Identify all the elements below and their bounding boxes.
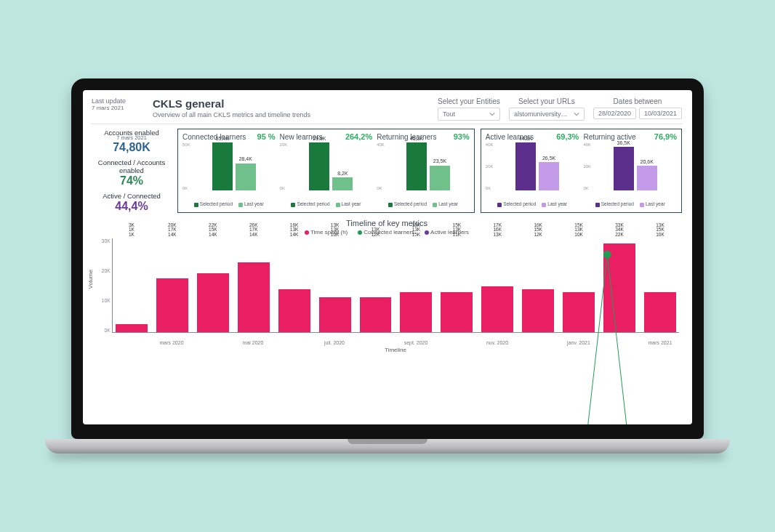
panel-purple: Active learners 69,3% 40K20K0K 44,8K 26,…: [481, 129, 682, 213]
timeline-x-labels: mars 2020mai 2020juil. 2020sept. 2020nov…: [112, 340, 679, 345]
timeline-x-title: Timeline: [112, 347, 679, 353]
mini-chart: New learners 264,2% 20K0K 29,9K 8,2K Sel…: [280, 132, 373, 211]
bar-selected-period: 55,4K: [212, 142, 233, 190]
timeline-title: Timeline of key metrics: [92, 219, 682, 227]
mini-chart-pct: 264,2%: [345, 132, 372, 141]
timeline-section: Timeline of key metrics Time spent (h) C…: [92, 219, 682, 347]
bar-selected-period: 45,3K: [406, 142, 427, 190]
kpi-active-value: 44,4%: [92, 200, 172, 213]
bar-last-year: 20,6K: [637, 142, 657, 190]
mini-chart: Active learners 69,3% 40K20K0K 44,8K 26,…: [486, 132, 579, 211]
kpi-connected-label: Connected / Accounts enabled: [92, 158, 172, 174]
mini-chart-pct: 93%: [454, 132, 470, 141]
kpi-accounts-value: 74,80K: [92, 141, 172, 154]
bar-last-year: 26,5K: [539, 142, 559, 190]
date-range-label: Dates between: [614, 97, 662, 105]
filter-entities-value: Tout: [443, 110, 455, 118]
bar-selected-period: 36,5K: [614, 142, 634, 190]
mini-chart-title: Returning learners: [377, 133, 436, 141]
chevron-down-icon: [574, 111, 579, 117]
svg-point-12: [603, 251, 611, 259]
top-bar: Last update 7 mars 2021 CKLS general Ove…: [92, 97, 682, 124]
laptop-mockup: Last update 7 mars 2021 CKLS general Ove…: [71, 78, 704, 454]
mini-chart: Connected learners 95 % 50K0K 55,4K 28,4…: [182, 132, 276, 211]
mini-chart: Returning learners 93% 40K0K 45,3K 23,5K…: [377, 132, 470, 211]
laptop-bezel: Last update 7 mars 2021 CKLS general Ove…: [71, 78, 704, 439]
mini-chart-body: 40K20K0K 44,8K 26,5K: [486, 142, 579, 199]
dot-icon: [305, 230, 309, 235]
timeline-lines: [113, 238, 679, 424]
last-update-date: 7 mars 2021: [92, 105, 144, 111]
date-from-input[interactable]: 28/02/2020: [593, 108, 636, 119]
bar-last-year: 23,5K: [430, 142, 450, 190]
mini-chart: Returning active 76,9% 40K20K0K 36,5K 20…: [583, 132, 677, 211]
bar-last-year: 28,4K: [236, 142, 256, 190]
timeline-y-axis: 30K20K10K0K: [96, 238, 111, 333]
mini-chart-pct: 95 %: [257, 132, 276, 141]
mini-chart-body: 20K0K 29,9K 8,2K: [280, 142, 373, 199]
filter-urls-value: alstomuniversity…: [514, 110, 568, 118]
dot-icon: [425, 230, 429, 235]
filter-urls-dropdown[interactable]: alstomuniversity…: [509, 108, 585, 121]
kpi-active-label: Active / Connected: [92, 192, 172, 200]
side-kpi-block: Accounts enabled 7 mars 2021 74,80K Conn…: [92, 129, 172, 213]
mini-chart-pct: 76,9%: [654, 132, 677, 141]
bar-selected-period: 44,8K: [515, 142, 536, 190]
laptop-base: [45, 439, 730, 454]
mini-chart-body: 40K20K0K 36,5K 20,6K: [583, 142, 677, 199]
bar-selected-period: 29,9K: [309, 142, 329, 190]
mini-chart-pct: 69,3%: [556, 132, 579, 141]
timeline-y-label: Volume: [87, 270, 94, 289]
filter-entities-label: Select your Entities: [438, 97, 500, 105]
legend-active: Active learners: [430, 229, 469, 235]
timeline-legend: Time spent (h) Connected learners Active…: [92, 229, 682, 235]
bar-last-year: 8,2K: [332, 142, 353, 190]
mini-chart-body: 40K0K 45,3K 23,5K: [377, 142, 470, 199]
kpi-row: Accounts enabled 7 mars 2021 74,80K Conn…: [92, 129, 682, 213]
filter-entities-dropdown[interactable]: Tout: [438, 108, 500, 121]
timeline-chart: Volume 30K20K10K0K 3K1K1K 20K17K14K 22K1…: [112, 238, 679, 347]
kpi-connected-value: 74%: [92, 174, 172, 188]
page-title: CKLS general: [153, 97, 429, 110]
chevron-down-icon: [489, 111, 495, 117]
mini-chart-title: Connected learners: [182, 133, 246, 141]
dot-icon: [358, 230, 362, 235]
dashboard-screen: Last update 7 mars 2021 CKLS general Ove…: [83, 90, 692, 424]
last-update-label: Last update: [92, 97, 144, 105]
date-to-input[interactable]: 10/03/2021: [639, 108, 682, 119]
filter-urls-label: Select your URLs: [518, 97, 575, 105]
panel-green: Connected learners 95 % 50K0K 55,4K 28,4…: [177, 129, 475, 213]
timeline-plot-area: 3K1K1K 20K17K14K 22K15K14K 26K17K14K 16K…: [112, 238, 679, 333]
page-subtitle: Overview of all main CKLS metrics and ti…: [153, 111, 429, 118]
mini-chart-body: 50K0K 55,4K 28,4K: [182, 142, 276, 199]
legend-time-spent: Time spent (h): [310, 229, 348, 235]
